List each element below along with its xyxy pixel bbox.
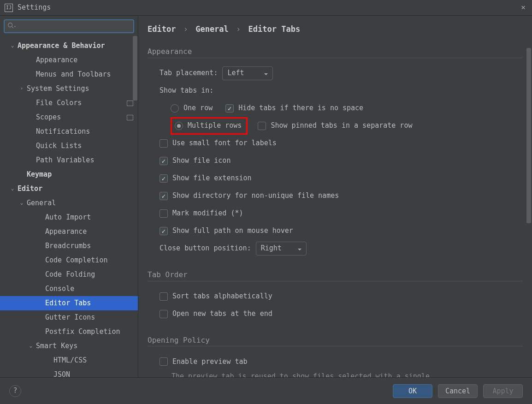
tree-item-label: System Settings <box>27 84 133 94</box>
apply-button[interactable]: Apply <box>483 384 523 398</box>
tree-item[interactable]: Auto Import <box>0 210 138 225</box>
tree-item[interactable]: ⌄Smart Keys <box>0 339 138 353</box>
tree-item-label: Quick Lists <box>36 142 133 151</box>
checkbox-mark-modified[interactable] <box>160 209 168 218</box>
appearance-form: Tab placement: Left Show tabs in: One ro… <box>148 60 532 257</box>
checkbox-enable-preview-label: Enable preview tab <box>172 357 248 367</box>
tree-item[interactable]: Gutter Icons <box>0 310 138 325</box>
sidebar: ▾ ⌄Appearance & BehaviorAppearanceMenus … <box>0 16 138 377</box>
breadcrumb-sep: › <box>233 24 243 34</box>
tree-item[interactable]: Breadcrumbs <box>0 239 138 253</box>
tree-item-label: Console <box>45 285 133 294</box>
breadcrumb: Editor › General › Editor Tabs <box>148 16 532 42</box>
tree-item[interactable]: Menus and Toolbars <box>0 67 138 82</box>
tree-item[interactable]: Path Variables <box>0 153 138 167</box>
tree-item[interactable]: Scopes <box>0 110 138 125</box>
radio-multiple-rows-label: Multiple rows <box>188 121 242 131</box>
footer: ? OK Cancel Apply <box>0 377 532 404</box>
tree-item[interactable]: Appearance <box>0 53 138 67</box>
tree-arrow-icon[interactable]: ⌄ <box>18 200 25 206</box>
checkbox-open-new-end[interactable] <box>160 310 168 318</box>
checkbox-hide-tabs[interactable] <box>225 104 234 113</box>
tree-item-label: Breadcrumbs <box>45 242 133 251</box>
checkbox-file-icon-label: Show file icon <box>172 156 231 166</box>
tree-item[interactable]: Keymap <box>0 167 138 182</box>
tree-item[interactable]: ⌄Editor <box>0 182 138 196</box>
titlebar: IJ Settings ✕ <box>0 0 532 16</box>
svg-line-1 <box>12 27 14 29</box>
content: Editor › General › Editor Tabs Appearanc… <box>138 16 532 377</box>
breadcrumb-part[interactable]: General <box>195 24 229 34</box>
tree-item[interactable]: Code Completion <box>0 253 138 267</box>
tree-item[interactable]: Notifications <box>0 125 138 139</box>
ok-button[interactable]: OK <box>393 384 432 398</box>
search-history-chevron-icon[interactable]: ▾ <box>14 24 16 29</box>
tree-item[interactable]: Console <box>0 282 138 296</box>
tree-arrow-icon[interactable]: ⌄ <box>9 185 16 192</box>
checkbox-full-path-label: Show full path on mouse hover <box>172 226 293 236</box>
tree-item-label: JSON <box>53 370 133 377</box>
tree-arrow-icon[interactable]: ⌄ <box>9 42 16 49</box>
tree-item-label: File Colors <box>36 99 127 108</box>
tree-item[interactable]: File Colors <box>0 96 138 110</box>
help-icon: ? <box>13 386 17 396</box>
tree-arrow-icon[interactable]: › <box>18 85 25 92</box>
highlight-multiple-rows: Multiple rows <box>171 117 248 135</box>
tree-item-label: Code Folding <box>45 270 133 279</box>
checkbox-sort-alpha[interactable] <box>160 292 168 301</box>
search-wrap: ▾ <box>0 16 138 37</box>
search-input[interactable] <box>4 19 134 33</box>
checkbox-enable-preview[interactable] <box>160 357 168 366</box>
close-icon[interactable]: ✕ <box>519 3 527 12</box>
radio-multiple-rows[interactable] <box>175 122 183 130</box>
checkbox-file-ext-label: Show file extension <box>172 174 252 183</box>
tab-placement-label: Tab placement: <box>160 69 218 78</box>
opening-policy-form: Enable preview tab The preview tab is re… <box>148 348 532 377</box>
checkbox-small-font[interactable] <box>160 139 168 148</box>
tree-item-label: Smart Keys <box>36 342 133 351</box>
checkbox-file-icon[interactable] <box>160 157 168 165</box>
project-level-badge-icon <box>127 115 133 120</box>
close-btn-pos-select[interactable]: Right <box>256 242 307 255</box>
tree-item[interactable]: JSON <box>0 368 138 377</box>
checkbox-dir-nonunique[interactable] <box>160 192 168 200</box>
tree-item[interactable]: HTML/CSS <box>0 353 138 368</box>
tree-item[interactable]: Code Folding <box>0 267 138 282</box>
checkbox-open-new-end-label: Open new tabs at the end <box>172 309 272 319</box>
tree-item[interactable]: Appearance <box>0 225 138 239</box>
tree-item[interactable]: Postfix Completion <box>0 325 138 339</box>
tree-item-label: Appearance <box>45 227 133 237</box>
chevron-down-icon <box>297 246 302 255</box>
breadcrumb-part[interactable]: Editor <box>148 24 176 34</box>
checkbox-show-pinned[interactable] <box>258 122 266 130</box>
help-button[interactable]: ? <box>9 385 21 397</box>
sidebar-scrollbar[interactable] <box>133 36 137 101</box>
checkbox-file-ext[interactable] <box>160 174 168 183</box>
window-title: Settings <box>18 3 519 12</box>
tab-placement-select[interactable]: Left <box>222 66 273 80</box>
app-icon: IJ <box>5 4 13 12</box>
tree-item-label: Postfix Completion <box>45 327 133 337</box>
settings-tree: ⌄Appearance & BehaviorAppearanceMenus an… <box>0 37 138 377</box>
breadcrumb-part: Editor Tabs <box>248 24 301 34</box>
tree-item-label: Code Completion <box>45 256 133 265</box>
show-tabs-in-label: Show tabs in: <box>160 86 213 95</box>
tree-item-label: Editor Tabs <box>45 299 133 308</box>
checkbox-full-path[interactable] <box>160 227 168 235</box>
tree-item-label: Editor <box>18 184 133 194</box>
search-icon <box>7 22 14 29</box>
preview-tab-description: The preview tab is reused to show files … <box>160 370 532 377</box>
tree-arrow-icon[interactable]: ⌄ <box>28 343 34 349</box>
tree-item[interactable]: Editor Tabs <box>0 296 138 310</box>
tree-item[interactable]: ⌄General <box>0 196 138 210</box>
tree-item[interactable]: ›System Settings <box>0 82 138 96</box>
tree-item[interactable]: ⌄Appearance & Behavior <box>0 39 138 53</box>
content-scrollbar[interactable] <box>526 48 531 223</box>
radio-one-row[interactable] <box>171 104 179 113</box>
tree-item-label: General <box>27 199 133 208</box>
tree-item[interactable]: Quick Lists <box>0 139 138 153</box>
section-title-opening-policy: Opening Policy <box>148 336 523 347</box>
cancel-button[interactable]: Cancel <box>438 384 478 398</box>
tree-item-label: Notifications <box>36 127 133 137</box>
tree-item-label: Menus and Toolbars <box>36 70 133 79</box>
